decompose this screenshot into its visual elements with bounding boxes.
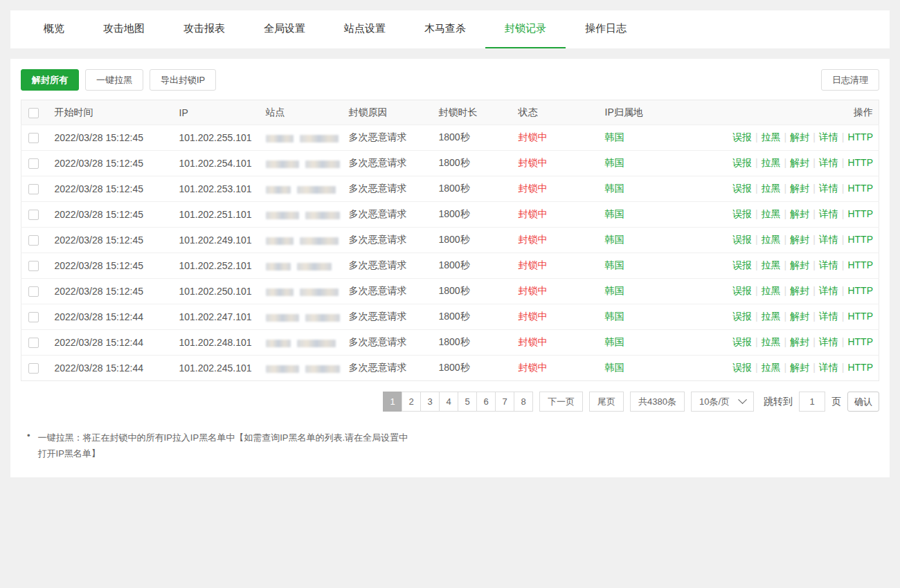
unban-all-button[interactable]: 解封所有 xyxy=(21,69,79,91)
action-link-拉黑[interactable]: 拉黑 xyxy=(762,157,781,168)
tab-概览[interactable]: 概览 xyxy=(24,10,84,48)
jump-page-input[interactable] xyxy=(799,392,825,412)
action-link-解封[interactable]: 解封 xyxy=(790,259,809,270)
table-row: 2022/03/28 15:12:44 101.202.245.101 多次恶意… xyxy=(21,356,879,381)
action-link-详情[interactable]: 详情 xyxy=(819,259,838,270)
action-link-解封[interactable]: 解封 xyxy=(790,285,809,296)
action-link-详情[interactable]: 详情 xyxy=(819,208,838,219)
action-link-http[interactable]: HTTP xyxy=(847,157,873,168)
action-link-解封[interactable]: 解封 xyxy=(790,208,809,219)
action-link-详情[interactable]: 详情 xyxy=(819,234,838,245)
action-link-http[interactable]: HTTP xyxy=(847,336,873,347)
action-link-http[interactable]: HTTP xyxy=(847,311,873,322)
action-link-详情[interactable]: 详情 xyxy=(819,285,838,296)
page-button-5[interactable]: 5 xyxy=(458,392,477,412)
tab-全局设置[interactable]: 全局设置 xyxy=(244,10,325,48)
action-link-详情[interactable]: 详情 xyxy=(819,183,838,194)
action-link-http[interactable]: HTTP xyxy=(847,208,873,219)
masked-site-blur xyxy=(266,288,339,296)
row-checkbox[interactable] xyxy=(28,261,39,271)
action-link-误报[interactable]: 误报 xyxy=(732,336,752,347)
row-checkbox[interactable] xyxy=(28,133,39,143)
action-link-http[interactable]: HTTP xyxy=(847,362,873,373)
tab-操作日志[interactable]: 操作日志 xyxy=(566,10,646,48)
log-clean-button[interactable]: 日志清理 xyxy=(821,69,879,91)
last-page-button[interactable]: 尾页 xyxy=(589,392,624,412)
action-link-拉黑[interactable]: 拉黑 xyxy=(762,183,781,194)
row-actions: 误报|拉黑|解封|详情|HTTP xyxy=(714,304,879,330)
page-button-2[interactable]: 2 xyxy=(402,392,421,412)
page-buttons-group: 12345678 xyxy=(383,392,533,412)
page-button-3[interactable]: 3 xyxy=(420,392,440,412)
row-checkbox[interactable] xyxy=(28,235,39,246)
page-size-select[interactable]: 10条/页 xyxy=(691,392,754,412)
action-link-解封[interactable]: 解封 xyxy=(790,336,809,347)
tab-站点设置[interactable]: 站点设置 xyxy=(325,10,405,48)
action-link-解封[interactable]: 解封 xyxy=(790,362,809,373)
toolbar: 解封所有 一键拉黑 导出封锁IP 日志清理 xyxy=(21,69,879,91)
action-link-拉黑[interactable]: 拉黑 xyxy=(762,259,781,270)
row-checkbox[interactable] xyxy=(28,363,39,374)
tab-攻击报表[interactable]: 攻击报表 xyxy=(164,10,244,48)
action-link-详情[interactable]: 详情 xyxy=(819,131,838,143)
action-link-误报[interactable]: 误报 xyxy=(732,362,752,373)
row-location: 韩国 xyxy=(600,304,714,330)
action-link-http[interactable]: HTTP xyxy=(847,131,873,143)
action-link-解封[interactable]: 解封 xyxy=(790,183,809,194)
action-link-解封[interactable]: 解封 xyxy=(790,311,809,322)
action-link-http[interactable]: HTTP xyxy=(847,259,873,270)
action-link-拉黑[interactable]: 拉黑 xyxy=(762,336,781,347)
blacklist-all-button[interactable]: 一键拉黑 xyxy=(85,69,143,91)
row-time: 2022/03/28 15:12:45 xyxy=(49,228,174,253)
row-duration: 1800秒 xyxy=(433,304,513,330)
export-blocked-ip-button[interactable]: 导出封锁IP xyxy=(150,69,216,91)
row-checkbox[interactable] xyxy=(28,338,39,348)
action-link-拉黑[interactable]: 拉黑 xyxy=(762,285,781,296)
action-link-误报[interactable]: 误报 xyxy=(732,157,752,168)
tab-攻击地图[interactable]: 攻击地图 xyxy=(84,10,164,48)
action-link-拉黑[interactable]: 拉黑 xyxy=(762,311,781,322)
page-button-7[interactable]: 7 xyxy=(495,392,514,412)
row-checkbox[interactable] xyxy=(28,286,39,297)
action-link-详情[interactable]: 详情 xyxy=(819,157,838,168)
tab-木马查杀[interactable]: 木马查杀 xyxy=(405,10,485,48)
action-link-误报[interactable]: 误报 xyxy=(732,234,752,245)
table-row: 2022/03/28 15:12:45 101.202.252.101 多次恶意… xyxy=(21,253,879,279)
action-link-http[interactable]: HTTP xyxy=(847,183,873,194)
row-checkbox[interactable] xyxy=(28,158,39,169)
action-link-拉黑[interactable]: 拉黑 xyxy=(762,362,781,373)
action-link-误报[interactable]: 误报 xyxy=(732,131,752,143)
action-link-拉黑[interactable]: 拉黑 xyxy=(762,208,781,219)
action-separator: | xyxy=(842,311,845,322)
action-link-拉黑[interactable]: 拉黑 xyxy=(762,234,781,245)
action-link-误报[interactable]: 误报 xyxy=(732,259,752,270)
masked-site-blur xyxy=(266,263,332,270)
action-link-详情[interactable]: 详情 xyxy=(819,336,838,347)
action-link-http[interactable]: HTTP xyxy=(847,234,873,245)
action-link-解封[interactable]: 解封 xyxy=(790,234,809,245)
row-checkbox[interactable] xyxy=(28,210,39,220)
row-checkbox[interactable] xyxy=(28,184,39,194)
page-button-6[interactable]: 6 xyxy=(476,392,496,412)
action-link-误报[interactable]: 误报 xyxy=(732,311,752,322)
action-link-误报[interactable]: 误报 xyxy=(732,208,752,219)
masked-site-blur xyxy=(266,186,336,194)
page-button-4[interactable]: 4 xyxy=(439,392,458,412)
action-link-误报[interactable]: 误报 xyxy=(732,183,752,194)
row-checkbox[interactable] xyxy=(28,312,39,322)
action-link-http[interactable]: HTTP xyxy=(847,285,873,296)
tab-封锁记录[interactable]: 封锁记录 xyxy=(485,10,566,48)
page-button-1[interactable]: 1 xyxy=(383,392,402,412)
action-link-详情[interactable]: 详情 xyxy=(819,362,838,373)
next-page-button[interactable]: 下一页 xyxy=(539,392,583,412)
action-separator: | xyxy=(784,285,787,296)
action-link-误报[interactable]: 误报 xyxy=(732,285,752,296)
row-site-masked xyxy=(260,202,343,228)
action-link-解封[interactable]: 解封 xyxy=(790,157,809,168)
action-link-拉黑[interactable]: 拉黑 xyxy=(762,131,781,143)
select-all-checkbox[interactable] xyxy=(28,108,39,118)
action-link-解封[interactable]: 解封 xyxy=(790,131,809,143)
page-button-8[interactable]: 8 xyxy=(514,392,533,412)
confirm-button[interactable]: 确认 xyxy=(847,392,879,412)
action-link-详情[interactable]: 详情 xyxy=(819,311,838,322)
